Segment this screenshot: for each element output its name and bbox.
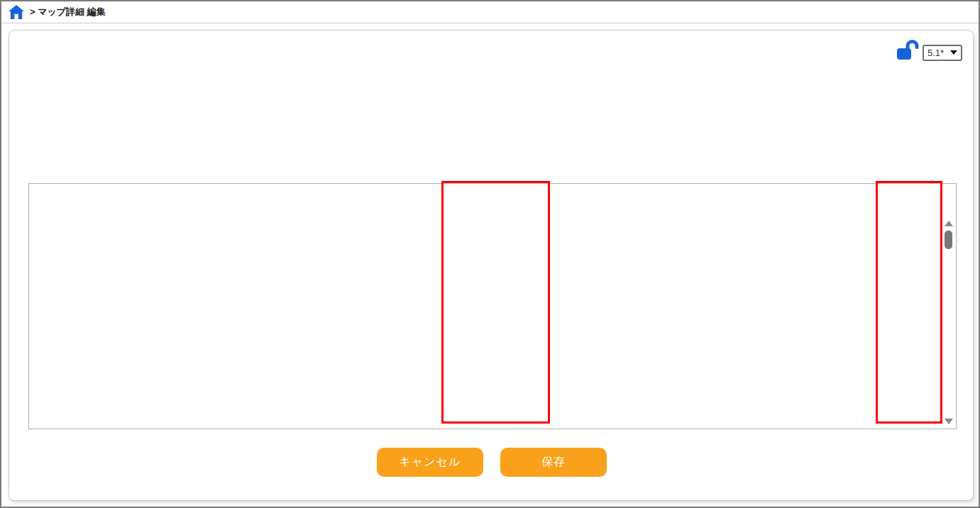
cancel-button[interactable]: キャンセル: [377, 448, 483, 477]
breadcrumb: > マップ詳細 編集: [1, 1, 979, 23]
version-lock-area: 5.1*: [894, 39, 962, 66]
table-scrollbar: [941, 216, 956, 429]
scrollbar-thumb[interactable]: [945, 231, 952, 249]
scroll-down-arrow-icon[interactable]: [945, 419, 953, 424]
chevron-down-icon: [950, 50, 957, 55]
scroll-up-arrow-icon[interactable]: [945, 221, 953, 226]
map-tree-table: [28, 183, 957, 429]
version-select[interactable]: 5.1*: [923, 45, 962, 61]
main-panel: 5.1* キャンセル 保存: [9, 30, 974, 501]
unlock-icon: [894, 39, 920, 66]
save-button[interactable]: 保存: [500, 448, 607, 477]
breadcrumb-text: > マップ詳細 編集: [30, 6, 106, 18]
version-select-value: 5.1*: [927, 48, 944, 58]
map-detail-edit-page: > マップ詳細 編集 5.1*: [0, 0, 980, 508]
home-icon[interactable]: [9, 5, 24, 19]
table-header-row: [29, 184, 956, 216]
